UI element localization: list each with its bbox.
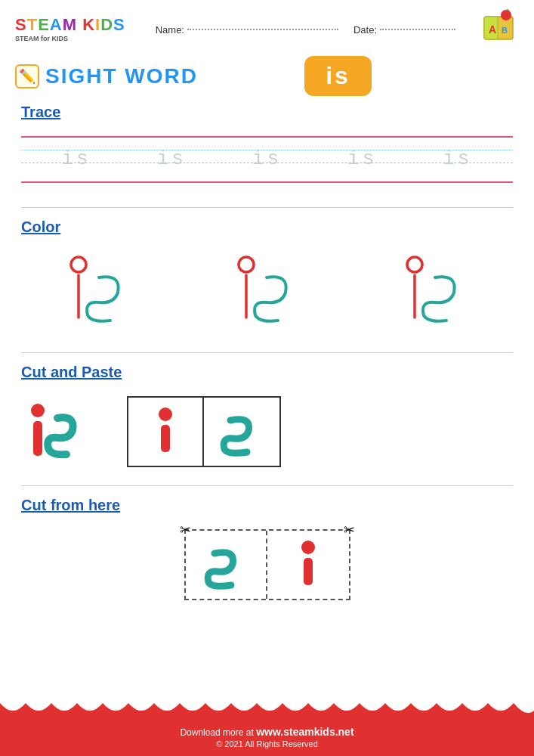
cut-paste-area bbox=[0, 389, 534, 475]
divider-3 bbox=[21, 485, 513, 486]
footer-wave bbox=[0, 703, 534, 718]
svg-text:B: B bbox=[502, 26, 508, 35]
name-date-area: Name: Date: bbox=[133, 24, 471, 36]
scissors-left-icon: ✂ bbox=[180, 522, 191, 538]
cut-from-box-i bbox=[267, 531, 349, 599]
color-word-2 bbox=[218, 251, 316, 334]
color-section: Color bbox=[0, 218, 534, 236]
trace-words: is is is is is bbox=[21, 129, 513, 189]
scissors-right-icon: ✂ bbox=[344, 522, 355, 538]
svg-point-5 bbox=[71, 257, 86, 272]
cut-paste-section: Cut and Paste bbox=[0, 364, 534, 381]
svg-point-11 bbox=[31, 404, 45, 417]
trace-area: is is is is is bbox=[21, 129, 513, 197]
cut-dashed-box: ✂ ✂ bbox=[184, 529, 350, 600]
name-dotted-line bbox=[187, 29, 338, 30]
footer: Download more at www.steamkids.net © 202… bbox=[0, 715, 534, 756]
svg-point-9 bbox=[407, 257, 422, 272]
footer-url: www.steamkids.net bbox=[256, 726, 353, 738]
date-line: Date: bbox=[353, 24, 455, 36]
svg-point-7 bbox=[239, 257, 254, 272]
cut-from-section: Cut from here bbox=[0, 497, 534, 514]
divider-2 bbox=[21, 352, 513, 353]
cut-boxes bbox=[127, 396, 281, 467]
logo-area: STEAM KIDS STEAM for KIDS bbox=[15, 17, 125, 42]
trace-word-3: is bbox=[252, 147, 282, 170]
name-label: Name: bbox=[156, 24, 184, 36]
svg-rect-16 bbox=[304, 558, 313, 585]
logo-text: STEAM KIDS bbox=[15, 17, 125, 33]
trace-word-1: is bbox=[61, 147, 91, 170]
pencil-icon: ✏️ bbox=[15, 64, 39, 88]
logo-subtitle: STEAM for KIDS bbox=[15, 35, 68, 42]
trace-word-5: is bbox=[443, 147, 472, 170]
color-title: Color bbox=[21, 218, 513, 236]
abc-book-icon: A B bbox=[478, 9, 519, 50]
trace-title: Trace bbox=[21, 104, 513, 121]
cut-from-title: Cut from here bbox=[21, 497, 513, 514]
cut-paste-title: Cut and Paste bbox=[21, 364, 513, 381]
color-word-1 bbox=[50, 251, 148, 334]
trace-section: Trace bbox=[0, 104, 534, 121]
svg-rect-14 bbox=[161, 425, 170, 452]
sight-word-label: SIGHT WORD bbox=[45, 64, 198, 88]
trace-word-4: is bbox=[347, 147, 377, 170]
date-dotted-line bbox=[380, 29, 455, 30]
footer-copyright: © 2021 All Rights Reserved bbox=[8, 739, 526, 748]
color-word-3 bbox=[386, 251, 484, 334]
trace-word-2: is bbox=[157, 147, 187, 170]
sight-word-badge: is bbox=[304, 56, 372, 96]
cut-box-i bbox=[128, 398, 204, 466]
date-label: Date: bbox=[353, 24, 377, 36]
svg-rect-12 bbox=[33, 421, 42, 456]
cut-paste-word-svg bbox=[21, 401, 104, 462]
svg-point-4 bbox=[501, 10, 511, 20]
color-words-area bbox=[0, 243, 534, 342]
name-line: Name: bbox=[156, 24, 338, 36]
sight-word-header: ✏️ SIGHT WORD is bbox=[0, 56, 534, 104]
cut-from-area: ✂ ✂ bbox=[0, 522, 534, 608]
cut-paste-word bbox=[21, 401, 104, 462]
divider-1 bbox=[21, 207, 513, 208]
svg-point-13 bbox=[159, 407, 172, 421]
sight-word-title: ✏️ SIGHT WORD bbox=[15, 64, 198, 88]
svg-point-15 bbox=[301, 541, 315, 554]
footer-download-text: Download more at www.steamkids.net bbox=[8, 726, 526, 738]
cut-box-s bbox=[204, 398, 279, 466]
header: STEAM KIDS STEAM for KIDS Name: Date: A … bbox=[0, 0, 534, 56]
svg-text:A: A bbox=[489, 23, 496, 36]
cut-from-box-s bbox=[186, 531, 267, 599]
